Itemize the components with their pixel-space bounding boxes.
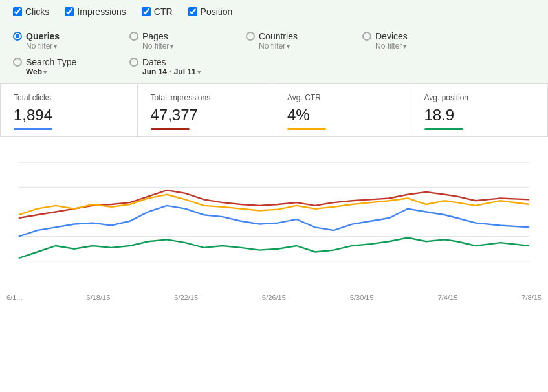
devices-dropdown-arrow: ▾ <box>403 43 406 50</box>
x-label-2: 6/22/15 <box>174 294 198 301</box>
filter-devices[interactable]: Devices No filter ▾ <box>362 31 479 50</box>
impressions-label: Impressions <box>77 6 126 17</box>
avg-ctr-value: 4% <box>287 106 398 124</box>
dates-label: Dates <box>142 57 166 67</box>
total-impressions-label: Total impressions <box>151 93 261 102</box>
avg-ctr-label: Avg. CTR <box>287 93 398 102</box>
pages-dropdown-arrow: ▾ <box>170 43 173 50</box>
queries-radio[interactable] <box>13 32 22 41</box>
search-type-label: Search Type <box>26 57 76 67</box>
filter-row-2: Search Type Web ▾ Dates Jun 14 - Jul 11 … <box>13 57 535 76</box>
filter-panel: Clicks Impressions CTR Position Queries … <box>0 0 548 83</box>
pages-label: Pages <box>142 31 168 41</box>
avg-ctr-line <box>287 128 326 130</box>
devices-filter-dropdown[interactable]: No filter ▾ <box>375 41 479 50</box>
dates-radio[interactable] <box>129 58 138 67</box>
countries-filter-dropdown[interactable]: No filter ▾ <box>259 41 362 50</box>
checkbox-group: Clicks Impressions CTR Position <box>13 6 535 23</box>
total-clicks-value: 1,894 <box>14 106 124 124</box>
x-label-4: 6/30/15 <box>350 294 374 301</box>
filter-dates[interactable]: Dates Jun 14 - Jul 11 ▾ <box>129 57 246 76</box>
filter-rows: Queries No filter ▾ Pages No filter ▾ <box>13 31 535 76</box>
x-label-6: 7/8/15 <box>521 294 542 301</box>
devices-label: Devices <box>375 31 408 41</box>
pages-radio[interactable] <box>129 32 138 41</box>
queries-label: Queries <box>26 31 60 41</box>
stat-total-impressions: Total impressions 47,377 <box>138 84 275 136</box>
filter-pages[interactable]: Pages No filter ▾ <box>129 31 246 50</box>
total-clicks-label: Total clicks <box>14 93 124 102</box>
x-label-3: 6/26/15 <box>262 294 286 301</box>
position-label: Position <box>201 6 233 17</box>
stat-total-clicks: Total clicks 1,894 <box>1 84 138 136</box>
avg-position-line <box>424 128 463 130</box>
avg-position-value: 18.9 <box>424 106 535 124</box>
dates-dropdown[interactable]: Jun 14 - Jul 11 ▾ <box>142 67 246 76</box>
filter-search-type[interactable]: Search Type Web ▾ <box>13 57 129 76</box>
stat-avg-position: Avg. position 18.9 <box>411 84 548 136</box>
x-label-0: 6/1... <box>6 294 22 301</box>
countries-label: Countries <box>259 31 298 41</box>
devices-radio[interactable] <box>362 32 371 41</box>
queries-dropdown-arrow: ▾ <box>54 43 57 50</box>
filter-countries[interactable]: Countries No filter ▾ <box>246 31 362 50</box>
avg-position-label: Avg. position <box>424 93 535 102</box>
filter-row-1: Queries No filter ▾ Pages No filter ▾ <box>13 31 535 50</box>
impressions-checkbox[interactable]: Impressions <box>65 6 126 17</box>
stat-avg-ctr: Avg. CTR 4% <box>274 84 411 136</box>
x-label-5: 7/4/15 <box>438 294 458 301</box>
total-clicks-line <box>14 128 52 130</box>
queries-filter-dropdown[interactable]: No filter ▾ <box>26 41 129 50</box>
x-label-1: 6/18/15 <box>87 294 111 301</box>
ctr-checkbox[interactable]: CTR <box>142 6 173 17</box>
clicks-label: Clicks <box>25 6 49 17</box>
countries-dropdown-arrow: ▾ <box>287 43 290 50</box>
total-impressions-line <box>151 128 190 130</box>
search-type-radio[interactable] <box>13 58 22 67</box>
clicks-checkbox[interactable]: Clicks <box>13 6 49 17</box>
x-axis-labels: 6/1... 6/18/15 6/22/15 6/26/15 6/30/15 7… <box>0 292 548 301</box>
search-type-dropdown-arrow: ▾ <box>43 69 47 76</box>
countries-radio[interactable] <box>246 32 255 41</box>
chart-svg <box>6 150 542 286</box>
dates-dropdown-arrow: ▾ <box>197 69 201 76</box>
chart-area <box>0 137 548 292</box>
stats-row: Total clicks 1,894 Total impressions 47,… <box>0 83 548 137</box>
search-type-dropdown[interactable]: Web ▾ <box>26 67 129 76</box>
total-impressions-value: 47,377 <box>151 106 261 124</box>
filter-queries[interactable]: Queries No filter ▾ <box>13 31 129 50</box>
position-checkbox[interactable]: Position <box>188 6 233 17</box>
pages-filter-dropdown[interactable]: No filter ▾ <box>142 41 246 50</box>
ctr-label: CTR <box>154 6 173 17</box>
